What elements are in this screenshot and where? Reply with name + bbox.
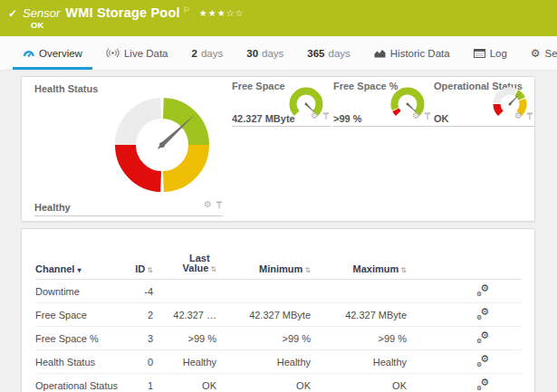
free-space-pct-panel: Free Space % >99 % ⚙ [333, 79, 433, 127]
tab-log[interactable]: Log [462, 36, 519, 70]
tab-label-number: 365 [307, 48, 324, 59]
log-icon [474, 49, 485, 58]
tab-2-days[interactable]: 2 days [180, 36, 235, 70]
table-cell-settings: ⚙⚙ [407, 355, 521, 369]
health-status-value: Healthy [34, 202, 71, 213]
table-cell-settings: ⚙⚙ [407, 308, 521, 322]
operational-status-value: OK [434, 113, 449, 124]
tab-label: Settings [545, 48, 557, 59]
table-row[interactable]: Operational Status1OKOKOK⚙⚙ [35, 374, 521, 392]
page-title: WMI Storage Pool [65, 5, 179, 20]
channel-gear-icon[interactable]: ⚙ [412, 111, 420, 120]
channel-table: Channel▾ ID⇅ Last Value⇅ Minimum⇅ Maximu… [35, 249, 521, 392]
operational-status-panel: Operational Status OK ⚙ [434, 79, 535, 127]
column-label: Channel [35, 263, 74, 274]
pin-icon[interactable] [322, 108, 330, 124]
table-cell: Operational Status [35, 380, 126, 391]
overview-gauges-card: Health Status Healthy ⚙ Free Space 42.32… [21, 76, 535, 222]
tab-historic-data[interactable]: Historic Data [362, 36, 462, 70]
table-cell: 0 [126, 357, 153, 368]
pin-icon[interactable] [216, 196, 223, 213]
table-cell: 42.327 MByte [311, 310, 407, 320]
table-cell-settings: ⚙⚙ [407, 378, 521, 392]
table-cell: >99 % [216, 333, 311, 344]
tab-label-unit: days [201, 48, 223, 59]
star-rating[interactable]: ★★★☆☆ [199, 8, 245, 18]
tab-label: Log [490, 48, 507, 59]
pin-icon[interactable] [424, 108, 431, 124]
column-header-id[interactable]: ID⇅ [126, 263, 153, 274]
table-cell: Healthy [153, 357, 216, 368]
table-cell: -4 [126, 286, 153, 297]
column-header-channel[interactable]: Channel▾ [35, 263, 126, 274]
table-cell: Healthy [216, 357, 311, 368]
tab-label-number: 30 [246, 48, 258, 59]
table-cell: >99 % [311, 333, 407, 344]
channel-settings-gears-icon[interactable]: ⚙⚙ [476, 331, 489, 344]
tab-label: Overview [39, 48, 82, 59]
table-row[interactable]: Free Space %3>99 %>99 %>99 %⚙⚙ [35, 327, 521, 350]
table-row[interactable]: Downtime-4⚙⚙ [35, 280, 521, 303]
flag-icon[interactable]: ⚐ [183, 5, 190, 14]
panel-title: Free Space [232, 81, 285, 91]
sort-icon: ⇅ [304, 266, 311, 274]
broadcast-icon [106, 48, 120, 58]
free-space-panel: Free Space 42.327 MByte ⚙ [232, 79, 331, 127]
tab-label-number: 2 [192, 48, 197, 59]
panel-footer: 42.327 MByte ⚙ [232, 109, 331, 127]
tab-label: Historic Data [390, 48, 450, 59]
tab-30-days[interactable]: 30 days [235, 36, 295, 70]
channel-settings-gears-icon[interactable]: ⚙⚙ [476, 378, 489, 391]
table-cell-settings: ⚙⚙ [407, 331, 521, 346]
panel-footer: OK ⚙ [434, 109, 535, 127]
tab-label: Live Data [124, 48, 168, 59]
free-space-value: 42.327 MByte [232, 113, 295, 124]
table-cell: OK [153, 380, 216, 391]
tab-live-data[interactable]: Live Data [94, 36, 180, 70]
column-header-maximum[interactable]: Maximum⇅ [311, 263, 407, 274]
table-header-row: Channel▾ ID⇅ Last Value⇅ Minimum⇅ Maximu… [35, 249, 521, 280]
tab-bar: Overview Live Data 2 days 30 days 365 da… [0, 36, 557, 71]
table-cell: 3 [126, 333, 153, 344]
sensor-kind-label: Sensor [23, 6, 60, 20]
tab-overview[interactable]: Overview [11, 36, 94, 70]
table-row[interactable]: Health Status0HealthyHealthyHealthy⚙⚙ [35, 350, 521, 374]
table-cell: >99 % [153, 333, 216, 344]
panel-title: Health Status [34, 83, 98, 94]
column-label: ID [135, 263, 145, 274]
channel-settings-gears-icon[interactable]: ⚙⚙ [476, 355, 489, 368]
channel-gear-icon[interactable]: ⚙ [204, 200, 212, 209]
gear-icon: ⚙ [531, 47, 541, 60]
table-cell: 42.327 … [153, 310, 216, 320]
channel-gear-icon[interactable]: ⚙ [514, 111, 523, 120]
column-header-last-value[interactable]: Last Value⇅ [153, 253, 216, 274]
status-badge: OK [31, 20, 43, 30]
free-space-pct-value: >99 % [333, 113, 362, 124]
tab-label-unit: days [262, 48, 283, 59]
tab-settings[interactable]: ⚙ Settings [519, 36, 557, 70]
table-cell: Healthy [311, 357, 407, 368]
tab-label-unit: days [329, 48, 351, 59]
table-cell: Downtime [35, 286, 126, 297]
column-label: Minimum [259, 263, 303, 274]
health-status-gauge [112, 95, 212, 195]
table-cell: 1 [126, 380, 153, 391]
channel-settings-gears-icon[interactable]: ⚙⚙ [476, 284, 489, 297]
table-body: Downtime-4⚙⚙Free Space242.327 …42.327 MB… [35, 280, 521, 392]
channel-gear-icon[interactable]: ⚙ [311, 111, 319, 120]
table-cell: OK [216, 380, 311, 391]
column-label: Value [183, 263, 209, 273]
channel-table-card: Channel▾ ID⇅ Last Value⇅ Minimum⇅ Maximu… [21, 228, 535, 392]
pin-icon[interactable] [526, 108, 533, 124]
table-row[interactable]: Free Space242.327 …42.327 MByte42.327 MB… [35, 303, 521, 327]
table-cell: 2 [126, 310, 153, 320]
column-header-minimum[interactable]: Minimum⇅ [216, 263, 311, 274]
table-cell: Free Space % [35, 333, 126, 344]
chart-icon [374, 49, 386, 58]
table-cell: OK [311, 380, 407, 391]
tab-365-days[interactable]: 365 days [295, 36, 361, 70]
panel-footer: Healthy ⚙ [34, 196, 223, 216]
channel-settings-gears-icon[interactable]: ⚙⚙ [476, 308, 489, 320]
table-cell: Free Space [35, 310, 126, 320]
table-cell: 42.327 MByte [216, 310, 311, 320]
